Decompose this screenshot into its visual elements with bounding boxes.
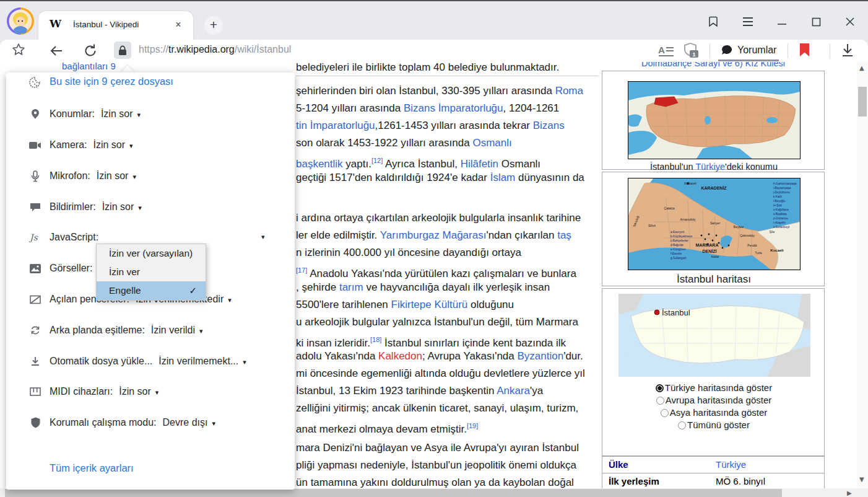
article-line: İstanbul, 13 Ekim 1923 tarihinde başkent… <box>296 383 543 399</box>
wiki-link[interactable]: Fikirtepe Kültürü <box>391 299 468 310</box>
bookmark-flag-icon[interactable] <box>799 43 810 57</box>
scroll-down-icon[interactable]: ▼ <box>859 476 864 483</box>
radio-icon[interactable] <box>656 397 664 405</box>
radio-selected-icon[interactable] <box>656 384 664 392</box>
dropdown-arrow-icon[interactable]: ▾ <box>132 173 136 181</box>
wiki-link[interactable]: tarım <box>339 281 363 293</box>
istanbul-marker-label: İstanbul <box>662 308 690 317</box>
wiki-link[interactable]: Hilâfetin <box>461 158 498 170</box>
permission-row-location[interactable]: Konumlar:İzin sor▾ <box>6 105 295 123</box>
map-radio-option[interactable]: Asya haritasında göster <box>602 407 825 419</box>
browser-tab[interactable]: W İstanbul - Vikipedi × <box>38 11 193 40</box>
wiki-link[interactable]: Yarımburgaz Mağarası <box>380 229 487 241</box>
scroll-up-icon[interactable]: ▲ <box>859 64 864 71</box>
permission-row-shield[interactable]: Korumalı çalışma modu:Devre dışı▾ <box>6 414 295 431</box>
cookies-link[interactable]: Bu site için 9 çerez dosyası <box>50 76 173 87</box>
vertical-scrollbar[interactable]: ▲ ▼ <box>857 62 868 488</box>
turkey-locator-map[interactable]: İstanbul <box>618 294 810 377</box>
horizontal-scrollbar[interactable]: ▶ <box>0 488 857 497</box>
vertical-scrollbar-thumb[interactable] <box>858 87 867 117</box>
tab-close-icon[interactable]: × <box>172 19 184 31</box>
article-text-segment: yaptı. <box>343 158 371 170</box>
dropdown-item[interactable]: İzin ver <box>97 263 206 281</box>
infobox-row-label[interactable]: Ülke <box>609 459 628 470</box>
turkey-province-map[interactable] <box>628 81 801 159</box>
istanbul-district-map[interactable]: KARADENİZMARMARADENİZİKırklareliTekirdağ… <box>628 178 801 270</box>
reload-icon[interactable] <box>82 43 98 59</box>
dropdown-arrow-icon[interactable]: ▾ <box>243 358 246 366</box>
scroll-right-icon[interactable]: ▶ <box>847 490 852 496</box>
menu-icon[interactable] <box>736 11 760 32</box>
wiki-link[interactable]: Byzantion <box>517 350 563 362</box>
dropdown-arrow-icon[interactable]: ▾ <box>155 389 159 397</box>
map-label: MARMARA <box>696 243 719 247</box>
wiki-red-link[interactable]: Kalkedon <box>378 350 422 362</box>
wiki-link[interactable]: Ankara <box>497 385 530 397</box>
wiki-link[interactable]: Roma <box>555 85 583 97</box>
turkiye-link[interactable]: Türkiye <box>695 162 725 172</box>
dropdown-item[interactable]: Engelle✓ <box>97 281 206 300</box>
permission-row-sync[interactable]: Arka planda eşitleme:İzin verildi▾ <box>6 322 295 339</box>
permission-row-midi[interactable]: MIDI cihazları:İzin sor▾ <box>6 383 295 400</box>
back-icon[interactable] <box>48 43 64 59</box>
protect-shield-icon[interactable]: 1 <box>682 42 701 59</box>
map-radio-option[interactable]: Türkiye haritasında göster <box>602 382 825 394</box>
comments-button[interactable]: Yorumlar <box>718 41 779 61</box>
wiki-link[interactable]: tin İmparatorluğu <box>296 120 375 131</box>
permission-value[interactable]: İzin sor <box>93 139 125 150</box>
reader-mode-icon[interactable]: A <box>658 43 674 58</box>
horizontal-scrollbar-thumb[interactable] <box>5 489 782 497</box>
wiki-link[interactable]: Osmanlı <box>472 137 511 149</box>
infobox-row-value[interactable]: Türkiye <box>716 459 746 470</box>
close-icon[interactable] <box>838 11 862 32</box>
dropdown-arrow-icon[interactable]: ▾ <box>199 327 203 335</box>
radio-icon[interactable] <box>678 421 686 429</box>
dropdown-item[interactable]: İzin ver (varsayılan) <box>97 244 206 263</box>
dropdown-arrow-icon[interactable]: ▾ <box>137 111 141 119</box>
permission-value[interactable]: İzin sor <box>119 386 151 397</box>
new-tab-button[interactable]: + <box>204 16 223 35</box>
map-radio-option[interactable]: Tümünü göster <box>602 419 825 431</box>
site-security-chip[interactable] <box>114 42 131 59</box>
permission-value[interactable]: İzin sor <box>102 201 134 212</box>
minimize-icon[interactable] <box>770 11 794 32</box>
wiki-link[interactable]: başkentlik <box>296 158 343 170</box>
wiki-link[interactable]: Bizans İmparatorluğu <box>404 102 503 114</box>
wiki-link[interactable]: Bizans <box>533 120 565 131</box>
permission-value[interactable]: İzin verildi <box>151 325 195 335</box>
dropdown-arrow-icon[interactable]: ▾ <box>138 204 142 212</box>
permission-value[interactable]: İzin verilmemekt... <box>158 356 238 366</box>
wiki-link[interactable]: İslam <box>490 172 516 183</box>
dropdown-arrow-icon[interactable]: ▾ <box>212 420 215 428</box>
dropdown-arrow-icon[interactable]: ▾ <box>228 296 232 304</box>
dropdown-arrow-icon[interactable]: ▾ <box>261 229 265 246</box>
all-content-settings-link[interactable]: Tüm içerik ayarları <box>50 462 134 474</box>
article-text-segment: 'dur. <box>563 350 583 362</box>
profile-avatar[interactable] <box>6 7 35 35</box>
permission-row-microphone[interactable]: Mikrofon:İzin sor▾ <box>6 167 295 185</box>
permission-value[interactable]: Devre dışı <box>163 417 208 428</box>
article-left-fragment[interactable]: bağlantıları 9 <box>62 62 116 71</box>
permission-row-autodownload[interactable]: Otomatik dosya yükle...İzin verilmemekt.… <box>6 353 295 370</box>
permission-row-notifications[interactable]: Bildirimler:İzin sor▾ <box>6 198 295 216</box>
map-radio-option[interactable]: Avrupa haritasında göster <box>602 394 825 407</box>
article-text-segment: Anadolu Yakası'nda yürütülen kazı çalışm… <box>307 268 576 279</box>
reference-link[interactable]: [12] <box>371 157 383 164</box>
reference-link[interactable]: [19] <box>467 422 478 429</box>
permission-value[interactable]: İzin sor <box>97 170 129 181</box>
wiki-link[interactable]: taş <box>557 229 571 241</box>
article-line: başkentlik yaptı.[12] Ayrıca İstanbul, H… <box>296 152 540 172</box>
permission-row-camera[interactable]: Kamera:İzin sor▾ <box>6 136 295 154</box>
reference-link[interactable]: [17] <box>296 266 307 274</box>
favorites-star-icon[interactable] <box>11 42 26 57</box>
infobox-top-caption[interactable]: Dolmabahçe Sarayı ve 6) Kız Kulesi <box>602 62 825 68</box>
maximize-icon[interactable] <box>804 11 828 32</box>
article-line: mara Denizi'ni bağlayan ve Asya ile Avru… <box>296 440 579 456</box>
radio-icon[interactable] <box>661 409 669 417</box>
dropdown-arrow-icon[interactable]: ▾ <box>129 142 133 150</box>
address-bar[interactable]: https://tr.wikipedia.org/wiki/İstanbul <box>139 44 291 55</box>
permission-value[interactable]: İzin sor <box>101 108 133 119</box>
bookmarks-panel-icon[interactable] <box>701 11 726 32</box>
download-icon[interactable] <box>840 42 856 58</box>
reference-link[interactable]: [18] <box>370 336 381 343</box>
